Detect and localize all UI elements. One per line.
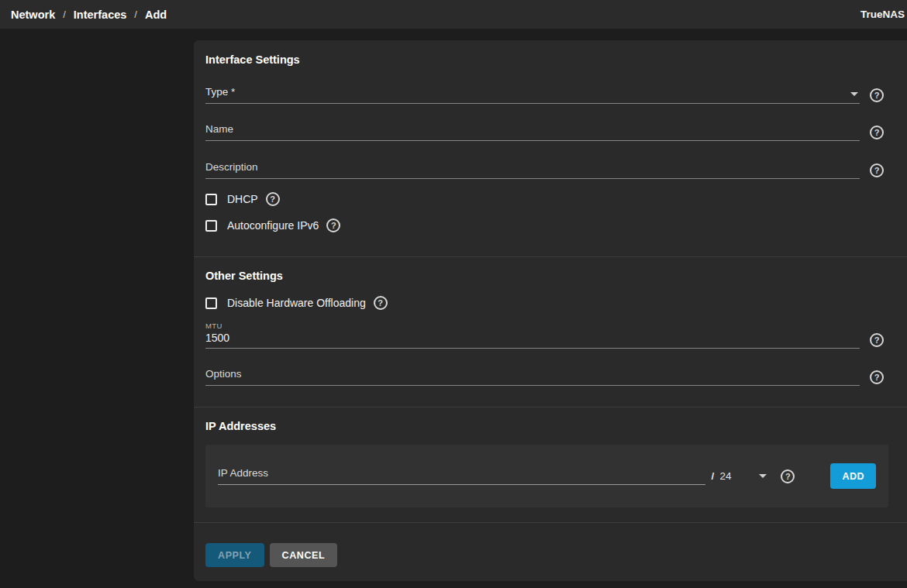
interface-add-form-card: Interface Settings Type * ? ? ? DHCP ? bbox=[194, 40, 907, 581]
name-field-row: ? bbox=[205, 123, 884, 141]
ip-address-input[interactable] bbox=[218, 467, 705, 484]
chevron-down-icon[interactable] bbox=[759, 474, 767, 478]
autoconfigure-ipv6-label: Autoconfigure IPv6 bbox=[227, 219, 319, 232]
netmask-selected-value: 24 bbox=[719, 470, 731, 482]
help-icon[interactable]: ? bbox=[870, 370, 884, 384]
help-icon[interactable]: ? bbox=[781, 469, 795, 483]
section-interface-settings: Interface Settings Type * ? ? ? DHCP ? bbox=[194, 40, 907, 256]
name-field[interactable] bbox=[205, 123, 860, 141]
section-actions: APPLY CANCEL bbox=[194, 522, 907, 581]
section-other-settings: Other Settings Disable Hardware Offloadi… bbox=[194, 256, 907, 407]
help-icon[interactable]: ? bbox=[870, 333, 884, 347]
disable-hardware-offloading-row: Disable Hardware Offloading ? bbox=[205, 296, 884, 310]
netmask-select[interactable]: / 24 bbox=[712, 470, 767, 482]
breadcrumb-separator: / bbox=[134, 9, 137, 20]
dhcp-row: DHCP ? bbox=[205, 192, 884, 206]
section-title-interface-settings: Interface Settings bbox=[205, 40, 884, 66]
truenas-logo-text: TrueNAS bbox=[860, 9, 905, 20]
mtu-field-row: MTU ? bbox=[205, 322, 884, 349]
autoconfigure-ipv6-checkbox[interactable] bbox=[205, 220, 217, 232]
help-icon[interactable]: ? bbox=[326, 218, 340, 232]
chevron-down-icon[interactable] bbox=[850, 92, 858, 96]
section-ip-addresses: IP Addresses / 24 ? ADD bbox=[194, 407, 907, 522]
help-icon[interactable]: ? bbox=[870, 126, 884, 139]
mtu-label: MTU bbox=[205, 322, 860, 330]
add-ip-button[interactable]: ADD bbox=[830, 463, 876, 489]
description-field-row: ? bbox=[205, 161, 884, 179]
options-field-row: ? bbox=[205, 368, 884, 386]
ip-address-field[interactable] bbox=[218, 467, 705, 485]
breadcrumb: Network / Interfaces / Add bbox=[11, 9, 167, 21]
type-field-row: Type * ? bbox=[205, 86, 884, 104]
help-icon[interactable]: ? bbox=[374, 296, 388, 310]
section-title-other-settings: Other Settings bbox=[205, 257, 884, 282]
topbar: Network / Interfaces / Add TrueNAS bbox=[0, 0, 907, 29]
disable-hardware-offloading-checkbox[interactable] bbox=[205, 297, 217, 309]
options-input[interactable] bbox=[205, 368, 860, 385]
help-icon[interactable]: ? bbox=[870, 163, 884, 177]
breadcrumb-separator: / bbox=[63, 9, 66, 20]
breadcrumb-add: Add bbox=[145, 9, 167, 21]
help-icon[interactable]: ? bbox=[266, 192, 280, 206]
options-field[interactable] bbox=[205, 368, 860, 386]
mtu-field[interactable]: MTU bbox=[205, 322, 860, 349]
disable-hardware-offloading-label: Disable Hardware Offloading bbox=[227, 297, 366, 309]
autoconfigure-ipv6-row: Autoconfigure IPv6 ? bbox=[205, 218, 884, 232]
dhcp-checkbox[interactable] bbox=[205, 194, 217, 205]
netmask-divider: / bbox=[712, 470, 715, 482]
help-icon[interactable]: ? bbox=[870, 88, 884, 102]
type-select-label: Type * bbox=[205, 86, 860, 103]
description-input[interactable] bbox=[205, 161, 860, 178]
section-title-ip-addresses: IP Addresses bbox=[205, 407, 884, 432]
mtu-input[interactable] bbox=[205, 330, 860, 348]
description-field[interactable] bbox=[205, 161, 860, 179]
actions-row: APPLY CANCEL bbox=[205, 543, 884, 567]
type-select[interactable]: Type * bbox=[205, 86, 860, 104]
cancel-button[interactable]: CANCEL bbox=[270, 543, 338, 567]
dhcp-label: DHCP bbox=[227, 193, 258, 205]
name-input[interactable] bbox=[205, 123, 860, 140]
apply-button[interactable]: APPLY bbox=[205, 543, 264, 567]
ip-address-panel: / 24 ? ADD bbox=[205, 445, 888, 507]
breadcrumb-network[interactable]: Network bbox=[11, 9, 55, 21]
breadcrumb-interfaces[interactable]: Interfaces bbox=[74, 9, 127, 21]
